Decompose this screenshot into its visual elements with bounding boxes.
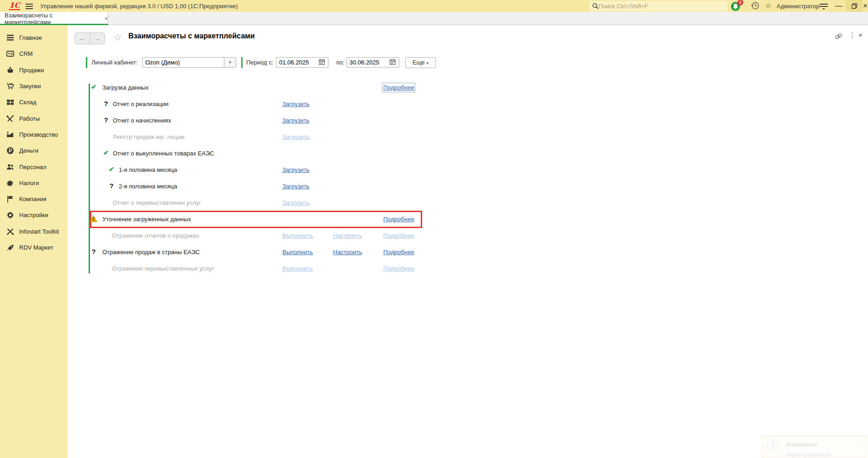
field-accent-bar — [86, 57, 87, 68]
detail-link[interactable]: Подробнее — [383, 249, 414, 256]
1c-logo-icon[interactable]: 1С — [9, 1, 20, 10]
cabinet-label: Личный кабинет: — [91, 59, 138, 66]
task-label: 2-я половина месяца — [119, 183, 177, 190]
sidebar-label: Закупки — [19, 83, 41, 90]
tab-settlements[interactable]: Взаиморасчеты с маркетплейсами × — [0, 12, 108, 25]
load-link[interactable]: Загрузить — [282, 101, 309, 107]
sidebar-item-main[interactable]: Главное — [0, 30, 68, 46]
more-button-label: Еще — [413, 59, 424, 66]
chevron-down-icon[interactable]: ▾ — [224, 58, 236, 67]
detail-link[interactable]: Подробнее — [383, 265, 414, 272]
sidebar-item-staff[interactable]: Персонал — [0, 159, 68, 175]
flag-icon — [6, 195, 14, 203]
rocket-icon — [6, 244, 14, 251]
task-label: Отчет о перевыставлении услуг — [113, 199, 201, 206]
more-button[interactable]: Еще▾ — [405, 57, 436, 68]
factory-icon — [6, 131, 14, 138]
close-form-icon[interactable]: × — [858, 31, 863, 39]
notifications-bell-icon[interactable]: 1 — [730, 0, 742, 11]
sidebar-item-works[interactable]: Работы — [0, 110, 68, 126]
question-icon: ? — [102, 116, 110, 124]
load-link[interactable]: Загрузить — [282, 199, 309, 206]
chevron-down-icon: ▾ — [426, 61, 429, 65]
sidebar-item-company[interactable]: Компания — [0, 191, 68, 207]
forward-button[interactable]: → — [90, 33, 105, 44]
menu-lines-icon — [6, 34, 14, 42]
task-row-reflect-rebilled-services: Отражение перевыставленных услуг Выполни… — [68, 263, 479, 274]
user-menu[interactable]: Администратор — [777, 3, 820, 10]
sidebar-label: Компания — [19, 196, 47, 202]
close-window-button[interactable]: × — [863, 0, 868, 12]
sidebar-item-sales[interactable]: Продажи — [0, 62, 68, 78]
info-icon: i — [767, 440, 779, 452]
warning-icon — [90, 215, 97, 224]
favorites-star-icon[interactable]: ☆ — [765, 2, 771, 10]
run-link[interactable]: Выполнить — [282, 232, 313, 239]
more-actions-icon[interactable]: ⋮ — [849, 31, 856, 39]
sidebar-label: Работы — [19, 115, 40, 122]
question-icon: ? — [102, 100, 110, 107]
run-link[interactable]: Выполнить — [282, 249, 313, 256]
calendar-icon[interactable] — [387, 59, 398, 66]
get-link-icon[interactable] — [835, 33, 842, 42]
notification-body[interactable]: Агрегированное — [786, 451, 831, 458]
notification-badge: 1 — [737, 0, 743, 5]
page-title: Взаиморасчеты с маркетплейсами — [128, 32, 255, 40]
contact-card-icon — [6, 50, 14, 58]
main-menu-icon[interactable] — [26, 2, 33, 9]
cabinet-select[interactable]: Ozon (Демо) ▾ — [142, 57, 236, 68]
sidebar-item-rdv-market[interactable]: RDV Маркет — [0, 240, 68, 256]
task-label: Отчет о реализации — [113, 101, 169, 107]
eagle-emblem-icon — [6, 179, 14, 187]
period-to-field[interactable]: 30.06.2025 — [346, 57, 399, 68]
basket-icon — [6, 66, 14, 74]
load-link[interactable]: Загрузить — [282, 117, 309, 124]
tab-bar: Взаиморасчеты с маркетплейсами × — [0, 12, 868, 25]
question-icon: ? — [90, 248, 98, 256]
back-button[interactable]: ← — [75, 33, 90, 44]
sidebar-label: Налоги — [19, 180, 39, 186]
tab-close-icon[interactable]: × — [105, 16, 108, 22]
sidebar-item-crm[interactable]: CRM — [0, 46, 68, 62]
task-label: Отчет о выкупленных товарах ЕАЭС — [113, 150, 214, 157]
notification-close-icon[interactable]: × — [860, 440, 863, 446]
tasks-accent-line — [89, 84, 90, 273]
detail-link[interactable]: Подробнее — [383, 232, 414, 239]
active-tab-indicator — [0, 24, 108, 25]
cabinet-value: Ozon (Демо) — [145, 59, 180, 66]
sidebar-item-production[interactable]: Производство — [0, 127, 68, 143]
load-link[interactable]: Загрузить — [282, 183, 309, 190]
check-icon: ✔ — [102, 149, 110, 156]
detail-link[interactable]: Подробнее — [383, 84, 414, 91]
configure-link[interactable]: Настроить — [333, 232, 362, 239]
history-icon[interactable] — [752, 2, 759, 11]
sidebar-item-settings[interactable]: Настройки — [0, 207, 68, 223]
minimize-button[interactable]: — — [831, 0, 847, 12]
search-input[interactable] — [598, 3, 717, 10]
run-link[interactable]: Выполнить — [282, 265, 313, 272]
sidebar-item-purchases[interactable]: Закупки — [0, 78, 68, 94]
sidebar-item-taxes[interactable]: Налоги — [0, 175, 68, 191]
detail-link[interactable]: Подробнее — [383, 216, 414, 223]
nav-buttons: ← → — [74, 32, 105, 44]
load-link[interactable]: Загрузить — [282, 166, 309, 173]
gear-icon — [6, 211, 14, 219]
task-label: Отражение перевыставленных услуг — [112, 265, 214, 272]
period-to-label: по: — [336, 59, 344, 66]
global-search[interactable] — [589, 1, 727, 11]
task-label: Отражение отчетов о продажах — [112, 232, 199, 239]
task-row-accruals-report: ? Отчет о начислениях Загрузить — [68, 115, 479, 126]
sidebar-item-money[interactable]: Деньги — [0, 143, 68, 159]
toast-notification[interactable]: i Изменение: Агрегированное × — [762, 436, 867, 458]
calendar-icon[interactable] — [316, 59, 327, 66]
sidebar-item-infostart-toolkit[interactable]: Infostart Toolkit — [0, 224, 68, 240]
load-link[interactable]: Загрузить — [282, 133, 309, 140]
task-label: Реестр продаж юр. лицам — [113, 133, 185, 140]
restore-button[interactable] — [846, 0, 863, 12]
sidebar-label: CRM — [19, 50, 33, 57]
sidebar-item-warehouse[interactable]: Склад — [0, 94, 68, 110]
favorite-star-icon[interactable]: ☆ — [113, 32, 122, 43]
service-menu-icon[interactable] — [819, 3, 828, 11]
configure-link[interactable]: Настроить — [333, 249, 362, 256]
period-from-field[interactable]: 01.06.2025 — [276, 57, 328, 68]
